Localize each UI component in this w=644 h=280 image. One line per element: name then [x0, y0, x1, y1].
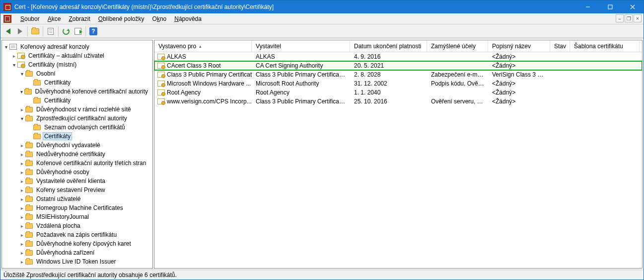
expander-icon[interactable] [19, 205, 25, 211]
expander-icon[interactable] [19, 241, 25, 247]
tree-node-certs-user[interactable]: Certifikáty – aktuální uživatel [3, 51, 151, 60]
column-header-issued-to[interactable]: Vystaveno pro [154, 41, 252, 52]
mdi-restore-button[interactable]: ❐ [625, 14, 633, 22]
table-row[interactable]: Class 3 Public Primary Certificat...Clas… [154, 70, 642, 79]
expander-icon[interactable] [19, 143, 25, 148]
expander-icon[interactable] [19, 214, 25, 220]
tree-node-other-users[interactable]: Ostatní uživatelé [3, 194, 151, 203]
menu-help[interactable]: Nápověda [170, 14, 206, 23]
menu-file[interactable]: Soubor [16, 14, 44, 23]
tree-node-trusted-publishers[interactable]: Důvěryhodní vydavatelé [3, 141, 151, 150]
expander-icon[interactable] [19, 196, 25, 202]
minimize-button[interactable] [576, 0, 599, 13]
tree-node-client-auth[interactable]: Vystavitelé ověření klienta [3, 177, 151, 186]
tree-node-smartcard[interactable]: Důvěryhodné kořeny čipových karet [3, 239, 151, 248]
folder-icon [25, 150, 33, 158]
tree-node-cert-enroll[interactable]: Požadavek na zápis certifikátu [3, 230, 151, 239]
menu-action[interactable]: Akce [44, 14, 65, 23]
tree-node-third-party[interactable]: Kořenové certifikační autority třetích s… [3, 159, 151, 168]
list-body[interactable]: ALKASALKAS4. 9. 2016<Žádný>CAcert Class … [154, 52, 642, 268]
cell-friendly: <Žádný> [488, 80, 550, 87]
tree-node-homegroup[interactable]: Homegroup Machine Certificates [3, 203, 151, 212]
expander-icon[interactable] [11, 53, 17, 59]
table-row[interactable]: Microsoft Windows Hardware ...Microsoft … [154, 79, 642, 88]
export-button[interactable] [72, 26, 83, 37]
expander-icon[interactable] [11, 62, 17, 68]
tree-node-certs-local[interactable]: Certifikáty (místní) [3, 60, 151, 69]
menu-favorites[interactable]: Oblíbené položky [94, 14, 148, 23]
help-button[interactable]: ? [88, 26, 99, 37]
certificate-icon [157, 90, 165, 95]
table-row[interactable]: ALKASALKAS4. 9. 2016<Žádný> [154, 52, 642, 61]
up-button[interactable] [30, 26, 41, 37]
toolbar-separator [43, 26, 43, 36]
console-icon [9, 43, 17, 51]
column-header-friendly[interactable]: Popisný název [488, 41, 550, 52]
expander-icon[interactable] [19, 170, 25, 175]
tree-node-enterprise-trust[interactable]: Důvěryhodnost v rámci rozlehlé sítě [3, 105, 151, 114]
tree-node-preview-build[interactable]: Kořeny sestavení Preview [3, 186, 151, 194]
cell-issued-to: ALKAS [154, 53, 252, 60]
list-pane: Vystaveno pro Vystavitel Datum ukončení … [154, 40, 643, 269]
app-icon [3, 3, 11, 11]
certificate-icon [157, 72, 165, 78]
minimize-icon [585, 4, 590, 9]
tree-pane[interactable]: Kořenový adresář konzoly Certifikáty – a… [1, 40, 153, 269]
expander-icon[interactable] [19, 71, 25, 77]
cell-friendly: <Žádný> [488, 53, 550, 60]
mdi-close-button[interactable]: × [634, 14, 642, 22]
close-button[interactable] [621, 0, 644, 13]
column-header-issued-by[interactable]: Vystavitel [252, 41, 350, 52]
cell-friendly: <Žádný> [488, 62, 550, 69]
expander-icon[interactable] [19, 152, 25, 157]
menu-window[interactable]: Okno [148, 14, 171, 23]
column-header-template[interactable]: Šablona certifikátu [570, 41, 640, 52]
table-row[interactable]: CAcert Class 3 RootCA Cert Signing Autho… [154, 61, 642, 70]
menu-view[interactable]: Zobrazit [65, 14, 94, 23]
properties-button[interactable] [45, 26, 56, 37]
folder-icon [33, 123, 41, 131]
forward-button[interactable] [14, 26, 25, 37]
tree-node-intermediate-certs[interactable]: Certifikáty [3, 132, 151, 141]
expander-icon[interactable] [3, 44, 9, 50]
column-header-status[interactable]: Stav [550, 41, 570, 52]
expander-icon[interactable] [19, 232, 25, 238]
refresh-button[interactable] [61, 26, 72, 37]
folder-icon [25, 213, 33, 221]
expander-icon[interactable] [19, 250, 25, 256]
column-header-expiry[interactable]: Datum ukončení platnosti [350, 41, 427, 52]
titlebar[interactable]: Cert - [Kořenový adresář konzoly\Certifi… [0, 0, 644, 13]
tree-node-trusted-root[interactable]: Důvěryhodné kořenové certifikační autori… [3, 87, 151, 96]
expander-icon[interactable] [19, 179, 25, 184]
window-title: Cert - [Kořenový adresář konzoly\Certifi… [14, 3, 576, 10]
expander-icon[interactable] [19, 89, 24, 94]
menubar: Soubor Akce Zobrazit Oblíbené položky Ok… [0, 13, 644, 24]
expander-icon[interactable] [19, 223, 25, 229]
tree-node-personal[interactable]: Osobní [3, 69, 151, 78]
tree-node-personal-certs[interactable]: Certifikáty [3, 78, 151, 87]
table-row[interactable]: Root AgencyRoot Agency1. 1. 2040<Žádný> [154, 88, 642, 97]
mdi-minimize-button[interactable]: – [616, 14, 624, 22]
folder-icon [33, 79, 41, 87]
table-row[interactable]: www.verisign.com/CPS Incorp...Class 3 Pu… [154, 97, 642, 106]
expander-icon[interactable] [19, 116, 25, 121]
tree-node-trusted-root-certs[interactable]: Certifikáty [3, 96, 151, 105]
tree-node-trusted-people[interactable]: Důvěryhodné osoby [3, 168, 151, 177]
expander-icon[interactable] [19, 161, 25, 166]
tree-node-remote-desktop[interactable]: Vzdálená plocha [3, 221, 151, 230]
maximize-icon [608, 4, 613, 9]
tree-node-wlid[interactable]: Windows Live ID Token Issuer [3, 257, 151, 266]
expander-icon[interactable] [19, 259, 25, 265]
tree-node-crl[interactable]: Seznam odvolaných certifikátů [3, 123, 151, 132]
expander-icon[interactable] [19, 187, 25, 193]
maximize-button[interactable] [599, 0, 621, 13]
tree-node-untrusted[interactable]: Nedůvěryhodné certifikáty [3, 150, 151, 159]
column-header-purposes[interactable]: Zamýšlené účely [427, 41, 488, 52]
toolbar-separator [58, 26, 59, 36]
back-button[interactable] [2, 26, 13, 37]
tree-node-root[interactable]: Kořenový adresář konzoly [3, 42, 151, 51]
tree-node-trusted-devices[interactable]: Důvěryhodná zařízení [3, 248, 151, 257]
expander-icon[interactable] [19, 107, 25, 112]
tree-node-msie[interactable]: MSIEHistoryJournal [3, 212, 151, 221]
tree-node-intermediate[interactable]: Zprostředkující certifikační autority [3, 114, 151, 123]
